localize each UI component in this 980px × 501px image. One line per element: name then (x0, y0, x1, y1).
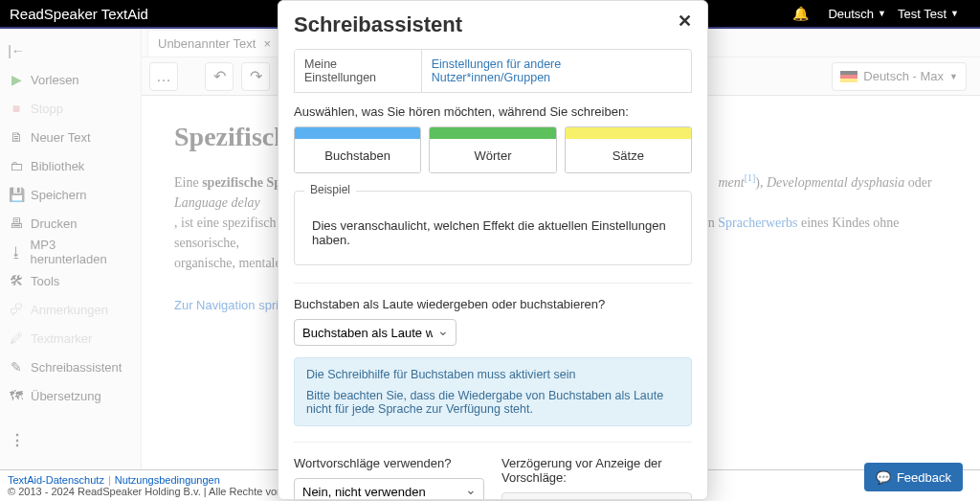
feedback-button[interactable]: 💬 Feedback (864, 463, 963, 491)
feedback-subtitle: Auswählen, was Sie hören möchten, währen… (294, 104, 692, 119)
pen-icon: 🖉 (8, 330, 25, 346)
info-box: Die Schreibhilfe für Buchstaben muss akt… (294, 357, 692, 426)
sidebar-writing-assistant[interactable]: ✎Schreibassistent (0, 353, 141, 381)
sidebar-library[interactable]: 🗀Bibliothek (0, 151, 141, 180)
save-icon: 💾 (8, 187, 25, 202)
collapse-icon: |← (8, 43, 25, 58)
modal-title: Schreibassistent (294, 12, 678, 37)
flag-icon (840, 71, 858, 82)
close-icon[interactable]: × (263, 36, 271, 51)
feedback-sentences[interactable]: Sätze (565, 126, 692, 173)
privacy-link[interactable]: TextAid-Datenschutz (8, 474, 104, 486)
sidebar-highlighter[interactable]: 🖉Textmarker (0, 324, 141, 353)
globe-icon: 🗺 (8, 388, 25, 403)
sidebar-annotations[interactable]: 🗪Anmerkungen (0, 295, 141, 324)
sidebar-new-text[interactable]: 🗎Neuer Text (0, 123, 141, 151)
sidebar-save[interactable]: 💾Speichern (0, 180, 141, 209)
download-icon: ⭳ (8, 244, 25, 260)
more-button[interactable]: … (149, 62, 178, 91)
select-word-suggestions[interactable]: Nein, nicht verwenden (294, 478, 484, 499)
writing-assistant-modal: Schreibassistent ✕ Meine Einstellungen E… (278, 0, 708, 500)
modal-tabs: Meine Einstellungen Einstellungen für an… (294, 49, 692, 93)
tools-icon: 🛠 (8, 273, 25, 288)
edit-icon: ✎ (8, 359, 25, 375)
select-delay: Kurz (501, 492, 692, 499)
brand: ReadSpeaker TextAid (10, 6, 148, 22)
sidebar-more[interactable]: ⋮ (0, 425, 141, 454)
link-spracherwerb[interactable]: Spracherwerbs (718, 216, 797, 230)
sidebar-translation[interactable]: 🗺Übersetzung (0, 381, 141, 410)
example-legend: Beispiel (304, 183, 356, 196)
print-icon: 🖶 (8, 216, 25, 231)
stop-icon: ■ (8, 101, 25, 116)
chevron-down-icon: ▼ (949, 72, 958, 81)
speech-icon: 💬 (876, 470, 891, 485)
modal-tab-my-settings[interactable]: Meine Einstellungen (295, 50, 422, 92)
question-word-suggestions: Wortvorschläge verwenden? (294, 456, 484, 470)
file-icon: 🗎 (8, 129, 25, 145)
document-tab[interactable]: Unbenannter Text × (147, 30, 281, 57)
question-letters-mode: Buchstaben als Laute wiedergeben oder bu… (294, 297, 692, 311)
sidebar-collapse[interactable]: |← (0, 36, 141, 65)
sidebar-stop[interactable]: ■Stopp (0, 94, 141, 123)
modal-tab-other-users[interactable]: Einstellungen für andere Nutzer*innen/Gr… (422, 50, 691, 92)
example-box: Beispiel Dies veranschaulicht, welchen E… (294, 191, 692, 265)
folder-icon: 🗀 (8, 158, 25, 173)
feedback-letters[interactable]: Buchstaben (294, 126, 421, 173)
sidebar-tools[interactable]: 🛠Tools (0, 266, 141, 295)
language-dropdown[interactable]: Deutsch▼ (828, 7, 886, 21)
terms-link[interactable]: Nutzungsbedingungen (115, 474, 220, 486)
redo-button[interactable]: ↷ (241, 62, 270, 91)
select-letters-mode[interactable]: Buchstaben als Laute wiederg (294, 319, 457, 346)
question-delay: Verzögerung vor Anzeige der Vorschläge: (501, 456, 692, 485)
undo-button[interactable]: ↶ (205, 62, 234, 91)
sidebar-read[interactable]: ▶Vorlesen (0, 65, 141, 94)
feedback-words[interactable]: Wörter (429, 126, 556, 173)
bell-icon[interactable]: 🔔 (792, 6, 809, 21)
play-icon: ▶ (8, 72, 25, 87)
sidebar: |← ▶Vorlesen ■Stopp 🗎Neuer Text 🗀Bibliot… (0, 29, 142, 469)
sidebar-print[interactable]: 🖶Drucken (0, 209, 141, 238)
user-dropdown[interactable]: Test Test▼ (898, 7, 959, 21)
comment-icon: 🗪 (8, 302, 25, 317)
sidebar-mp3[interactable]: ⭳MP3 herunterladen (0, 238, 141, 266)
voice-selector[interactable]: Deutsch - Max ▼ (832, 62, 967, 91)
example-text: Dies veranschaulicht, welchen Effekt die… (312, 218, 674, 247)
modal-close-button[interactable]: ✕ (678, 12, 692, 30)
